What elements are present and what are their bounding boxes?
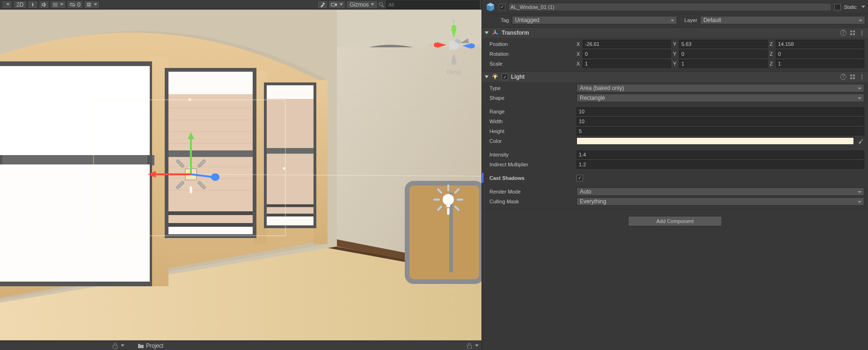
- svg-rect-16: [267, 99, 314, 216]
- rotation-y-input[interactable]: [679, 50, 767, 58]
- svg-rect-26: [168, 211, 253, 215]
- shaded-dropdown[interactable]: [2, 0, 12, 9]
- transform-icon: [491, 29, 499, 37]
- visibility-toggle[interactable]: 0: [67, 0, 83, 9]
- color-label: Color: [486, 138, 575, 144]
- foldout-icon[interactable]: [485, 31, 489, 34]
- help-icon[interactable]: ?: [840, 74, 846, 80]
- position-x-input[interactable]: [583, 40, 671, 48]
- folder-icon: [138, 343, 144, 349]
- svg-rect-99: [850, 33, 852, 35]
- svg-rect-89: [113, 345, 117, 348]
- svg-rect-28: [267, 204, 314, 207]
- svg-rect-105: [495, 78, 496, 79]
- height-input[interactable]: [576, 127, 864, 135]
- rotation-label: Rotation: [486, 51, 575, 57]
- rotation-z-input[interactable]: [776, 50, 864, 58]
- width-input[interactable]: [576, 117, 864, 126]
- svg-rect-113: [850, 74, 852, 76]
- svg-line-93: [492, 33, 495, 34]
- culling-mask-label: Culling Mask: [486, 199, 575, 204]
- render-mode-dropdown[interactable]: Auto: [576, 187, 864, 196]
- eyedropper-icon[interactable]: [857, 137, 864, 145]
- width-label: Width: [486, 119, 575, 124]
- audio-toggle-icon[interactable]: [39, 0, 49, 9]
- preset-icon[interactable]: [849, 30, 856, 36]
- layer-dropdown[interactable]: Default: [700, 16, 865, 24]
- menu-icon[interactable]: [859, 30, 865, 36]
- active-checkbox[interactable]: [499, 4, 505, 10]
- color-swatch[interactable]: [576, 137, 854, 145]
- gizmos-dropdown[interactable]: Gizmos: [346, 0, 378, 9]
- svg-rect-100: [853, 33, 855, 35]
- svg-rect-40: [189, 98, 191, 101]
- svg-text:x: x: [429, 42, 432, 48]
- svg-rect-32: [0, 66, 150, 155]
- inspector-header: Static: [482, 0, 868, 14]
- svg-rect-90: [467, 345, 471, 348]
- scale-label: Scale: [486, 61, 575, 67]
- render-mode-label: Render Mode: [486, 189, 575, 194]
- tools-icon[interactable]: [317, 0, 328, 9]
- scale-z-input[interactable]: [776, 60, 864, 68]
- help-icon[interactable]: ?: [840, 30, 846, 36]
- static-checkbox[interactable]: [834, 4, 841, 10]
- scene-viewport[interactable]: y x z Persp: [0, 9, 481, 341]
- svg-rect-115: [850, 77, 852, 79]
- svg-rect-98: [853, 30, 855, 32]
- svg-point-81: [434, 43, 438, 47]
- lock-icon[interactable]: [111, 342, 119, 350]
- svg-point-117: [861, 74, 863, 76]
- svg-rect-114: [853, 74, 855, 76]
- scene-search[interactable]: [379, 0, 480, 9]
- svg-line-109: [493, 74, 494, 75]
- add-component-button[interactable]: Add Component: [628, 216, 722, 226]
- culling-mask-dropdown[interactable]: Everything: [576, 197, 864, 206]
- project-tab[interactable]: Project: [134, 343, 167, 349]
- range-input[interactable]: [576, 107, 864, 116]
- menu-icon[interactable]: [859, 74, 865, 80]
- svg-line-73: [455, 207, 459, 210]
- indirect-input[interactable]: [576, 160, 864, 169]
- lock-icon[interactable]: [466, 342, 473, 350]
- scale-y-input[interactable]: [679, 60, 767, 68]
- type-dropdown[interactable]: Area (baked only): [576, 84, 864, 92]
- static-dropdown[interactable]: [861, 6, 865, 8]
- svg-point-102: [861, 32, 863, 34]
- shape-dropdown[interactable]: Rectangle: [576, 94, 864, 102]
- light-title: Light: [511, 74, 837, 80]
- lighting-toggle-icon[interactable]: [28, 0, 38, 9]
- height-label: Height: [486, 128, 575, 134]
- fx-dropdown[interactable]: [50, 0, 66, 9]
- camera-dropdown-icon[interactable]: [328, 0, 345, 9]
- svg-rect-20: [0, 155, 154, 165]
- preset-icon[interactable]: [849, 74, 856, 80]
- gameobject-icon[interactable]: [485, 1, 496, 13]
- 2d-toggle[interactable]: 2D: [13, 0, 27, 9]
- intensity-input[interactable]: [576, 150, 864, 159]
- layer-label: Layer: [685, 17, 698, 23]
- viewport-render: y x z Persp: [0, 9, 481, 341]
- light-icon: [491, 73, 499, 81]
- light-gizmo-icon: [434, 186, 462, 214]
- svg-line-94: [495, 33, 498, 34]
- object-name-input[interactable]: [508, 3, 832, 11]
- position-z-input[interactable]: [776, 40, 864, 48]
- transform-title: Transform: [502, 30, 837, 36]
- scene-search-input[interactable]: [386, 0, 480, 9]
- transform-component: Transform ? Position X Y Z Rota: [482, 28, 868, 72]
- status-bar: Project: [0, 341, 481, 350]
- grid-toggle-icon[interactable]: [84, 0, 100, 9]
- tag-dropdown[interactable]: Untagged: [512, 16, 677, 24]
- position-y-input[interactable]: [679, 40, 767, 48]
- rotation-x-input[interactable]: [583, 50, 671, 58]
- svg-point-101: [861, 30, 863, 32]
- light-enabled-checkbox[interactable]: [502, 74, 508, 80]
- scale-x-input[interactable]: [583, 60, 671, 68]
- foldout-icon[interactable]: [485, 75, 489, 78]
- svg-text:Persp: Persp: [446, 69, 461, 75]
- cast-shadows-checkbox[interactable]: [576, 175, 583, 181]
- inspector-panel: Static Tag Untagged Layer Default Transf…: [481, 0, 868, 350]
- static-label: Static: [844, 4, 857, 10]
- svg-rect-33: [0, 164, 150, 282]
